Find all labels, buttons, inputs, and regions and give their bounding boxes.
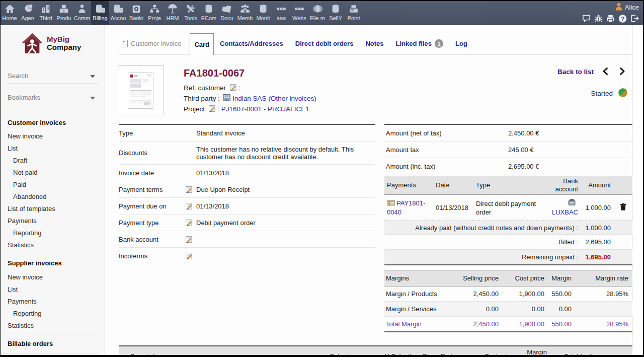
menu-label: HRM [166, 14, 179, 21]
next-record-arrow[interactable] [619, 67, 626, 77]
project-link[interactable]: PJ1607-0001 - PROJALICE1 [221, 105, 309, 113]
company-logo[interactable]: MyBig Company [21, 32, 81, 54]
summary-label: Billed : [384, 235, 581, 250]
menu-commercial[interactable]: Comm [73, 1, 91, 25]
speech-bubble-icon[interactable] [582, 14, 591, 23]
projects-icon [149, 1, 160, 14]
menu-bank[interactable]: Bank/ [127, 1, 145, 25]
tab-direct-debit-orders[interactable]: Direct debit orders [289, 33, 360, 54]
field-label: Payment type [119, 219, 159, 227]
menu-website[interactable]: Webs [290, 1, 308, 25]
user-menu[interactable]: Alice [582, 2, 639, 12]
logo-text-1: MyBig [47, 35, 81, 43]
previous-record-arrow[interactable] [602, 67, 609, 77]
chevron-down-icon [90, 75, 95, 78]
menu-products[interactable]: Produ [55, 1, 73, 25]
amount-value: 245.00 € [507, 141, 632, 158]
menu-members[interactable]: Memb [236, 1, 254, 25]
edit-icon[interactable] [209, 105, 215, 113]
column-header: Total (net) [559, 346, 595, 355]
payment-icon [387, 199, 395, 208]
bank-account-icon [568, 199, 576, 207]
invoice-ref: FA1801-0067 [184, 67, 245, 79]
other-invoices-link[interactable]: (Other invoices) [269, 95, 316, 102]
edit-icon[interactable] [186, 252, 192, 259]
sidebar-item-draft[interactable]: Draft [13, 157, 27, 164]
bank-account-link[interactable]: LUXBAC [552, 208, 578, 216]
sidebar-item-list-supplier[interactable]: List [8, 285, 18, 293]
menu-pointofsale[interactable]: Point [345, 1, 363, 25]
tab-linked-files[interactable]: Linked files1 [390, 33, 450, 54]
third-party-link[interactable]: Indian SAS [232, 95, 267, 102]
sidebar-item-statistics[interactable]: Statistics [8, 241, 34, 249]
summary-value: 1,000.00 [581, 221, 613, 235]
field-label: Payment due on [119, 202, 167, 210]
tab-notes[interactable]: Notes [359, 33, 389, 54]
sidebar-section-customer-invoices: Customer invoices [8, 119, 66, 126]
user-icon [615, 3, 622, 12]
menu-filemanager[interactable]: File m [308, 1, 327, 25]
menu-agenda[interactable]: Agen [19, 1, 37, 25]
back-to-list-link[interactable]: Back to list [557, 68, 594, 76]
table-row: Discounts This customer has no relative … [119, 141, 375, 165]
help-icon[interactable] [618, 14, 627, 23]
edit-icon[interactable] [186, 236, 192, 243]
sidebar-item-statistics-supplier[interactable]: Statistics [8, 322, 34, 329]
divider [1, 353, 99, 354]
menu-thirdparties[interactable]: Third [37, 1, 55, 25]
sidebar-item-list[interactable]: List [8, 145, 18, 152]
sidebar-item-list-of-templates[interactable]: List of templates [8, 205, 55, 212]
menu-sellyoursaas[interactable]: SellY [327, 1, 345, 25]
sidebar-item-not-paid[interactable]: Not paid [13, 169, 37, 176]
menu-aaa[interactable]: aaa [272, 1, 290, 25]
column-header: Amount [581, 176, 613, 195]
menu-home[interactable]: Home [1, 1, 19, 25]
tab-card[interactable]: Card [190, 33, 214, 55]
tabs-bar: Customer invoice Card Contacts/Addresses… [119, 33, 632, 54]
menu-documents[interactable]: Docu [218, 1, 236, 25]
payment-row: PAY1801-0040 01/13/2018 Direct debit pay… [384, 195, 632, 221]
bookmarks-dropdown[interactable]: Bookmarks [8, 94, 40, 101]
sidebar-item-abandoned[interactable]: Abandoned [13, 193, 47, 200]
menu-ecommerce[interactable]: ECom [200, 1, 218, 25]
ref-customer-colon: : [238, 84, 240, 92]
edit-icon[interactable] [230, 84, 236, 92]
sidebar-item-reporting[interactable]: Reporting [13, 229, 41, 237]
sidebar-item-new-invoice[interactable]: New invoice [8, 132, 43, 140]
edit-icon[interactable] [186, 219, 192, 226]
column-header: Margin rate [516, 346, 559, 355]
delete-payment-button[interactable] [620, 204, 626, 212]
column-header: Cost price [503, 270, 548, 287]
search-dropdown[interactable]: Search [8, 72, 28, 80]
sidebar-item-payments-supplier[interactable]: Payments [8, 298, 37, 305]
tab-log[interactable]: Log [449, 33, 473, 54]
status-badge: Started [591, 88, 627, 99]
column-header: Payments [384, 176, 433, 195]
edit-icon[interactable] [186, 186, 192, 193]
field-value: 01/13/2018 [196, 198, 375, 215]
menu-projects[interactable]: Proje [145, 1, 164, 25]
amounts-table: Amount (net of tax) 2,450.00 € Amount ta… [384, 124, 632, 174]
sidebar-item-reporting-supplier[interactable]: Reporting [13, 310, 41, 317]
tab-contacts[interactable]: Contacts/Addresses [214, 33, 289, 54]
printer-icon[interactable] [606, 14, 615, 23]
third-party-line: Third party : Indian SAS (Other invoices… [184, 94, 316, 102]
invoice-thumbnail[interactable] [118, 65, 164, 115]
sidebar-item-new-invoice-supplier[interactable]: New invoice [8, 273, 43, 281]
column-header: U.P. (net) [359, 346, 414, 355]
menu-tools[interactable]: Tools [182, 1, 200, 25]
sidebar-item-paid[interactable]: Paid [13, 181, 26, 188]
menu-billing[interactable]: Billing [91, 1, 109, 25]
module-icon [276, 1, 287, 14]
table-row: Bank account [119, 231, 375, 248]
menu-label: aaa [277, 14, 286, 21]
menu-hrm[interactable]: HRM [164, 1, 182, 25]
home-icon [4, 1, 16, 14]
bug-icon[interactable] [594, 14, 603, 23]
logout-icon[interactable] [630, 14, 639, 23]
edit-icon[interactable] [186, 202, 192, 209]
app-window: Home Agen Third Produ Comm Billing Accou… [1, 1, 643, 355]
menu-accountancy[interactable]: Accou [109, 1, 127, 25]
sidebar-item-payments[interactable]: Payments [8, 217, 37, 225]
menu-monitoring[interactable]: Monit [254, 1, 272, 25]
